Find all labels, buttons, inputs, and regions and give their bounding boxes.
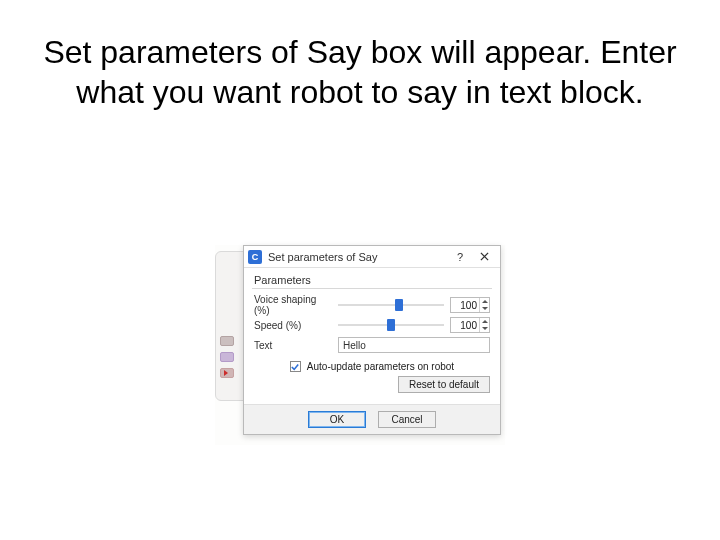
slide-title: Set parameters of Say box will appear. E…	[30, 32, 690, 112]
behind-block-icon	[220, 352, 234, 362]
speed-slider[interactable]	[338, 318, 444, 332]
parameters-section-label: Parameters	[244, 268, 500, 288]
dialog-title: Set parameters of Say	[268, 251, 448, 263]
close-icon	[480, 252, 489, 261]
auto-update-checkbox[interactable]	[290, 361, 301, 372]
spin-up-icon[interactable]	[479, 298, 489, 305]
help-button[interactable]: ?	[448, 248, 472, 266]
spin-down-icon[interactable]	[479, 305, 489, 312]
dialog-footer: OK Cancel	[244, 404, 500, 434]
checkmark-icon	[291, 363, 299, 371]
slider-thumb[interactable]	[395, 299, 403, 311]
close-button[interactable]	[472, 248, 496, 266]
speed-value: 100	[451, 320, 479, 331]
slider-track	[338, 304, 444, 306]
screenshot-region: Set parameters of Say ? Parameters Voice…	[215, 245, 505, 445]
reset-to-default-button[interactable]: Reset to default	[398, 376, 490, 393]
text-input[interactable]: Hello	[338, 337, 490, 353]
spin-buttons[interactable]	[479, 318, 489, 332]
text-input-value: Hello	[343, 340, 366, 351]
ok-button[interactable]: OK	[308, 411, 366, 428]
behind-block-icon	[220, 336, 234, 346]
text-label: Text	[254, 340, 332, 351]
reset-row: Reset to default	[244, 374, 500, 399]
spin-buttons[interactable]	[479, 298, 489, 312]
spin-down-icon[interactable]	[479, 325, 489, 332]
auto-update-row: Auto-update parameters on robot	[244, 355, 500, 374]
speed-spinbox[interactable]: 100	[450, 317, 490, 333]
speed-label: Speed (%)	[254, 320, 332, 331]
cancel-button[interactable]: Cancel	[378, 411, 436, 428]
app-icon	[248, 250, 262, 264]
speed-row: Speed (%) 100	[244, 315, 500, 335]
slider-thumb[interactable]	[387, 319, 395, 331]
divider	[252, 288, 492, 289]
text-row: Text Hello	[244, 335, 500, 355]
voice-shaping-slider[interactable]	[338, 298, 444, 312]
spin-up-icon[interactable]	[479, 318, 489, 325]
voice-shaping-row: Voice shaping (%) 100	[244, 295, 500, 315]
set-parameters-dialog: Set parameters of Say ? Parameters Voice…	[243, 245, 501, 435]
behind-block-icon	[220, 368, 234, 378]
voice-shaping-spinbox[interactable]: 100	[450, 297, 490, 313]
auto-update-label: Auto-update parameters on robot	[307, 361, 454, 372]
voice-shaping-value: 100	[451, 300, 479, 311]
voice-shaping-label: Voice shaping (%)	[254, 294, 332, 316]
dialog-titlebar[interactable]: Set parameters of Say ?	[244, 246, 500, 268]
